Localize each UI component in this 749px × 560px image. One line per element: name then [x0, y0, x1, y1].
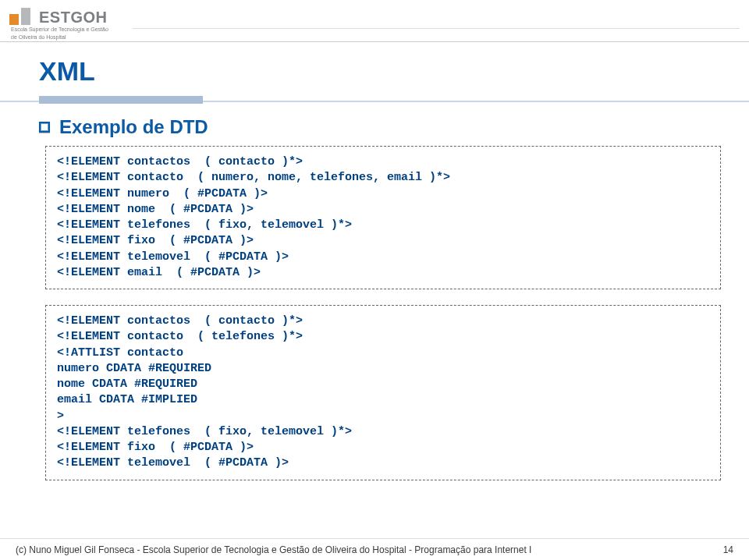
logo-text: ESTGOH [39, 9, 107, 25]
section-heading: Exemplo de DTD [59, 116, 208, 138]
header: ESTGOH Escola Superior de Tecnologia e G… [0, 0, 749, 42]
bullet-icon [39, 122, 50, 133]
logo-subtext-1: Escola Superior de Tecnologia e Gestão [11, 27, 108, 33]
footer-left: (c) Nuno Miguel Gil Fonseca - Escola Sup… [16, 544, 531, 555]
footer: (c) Nuno Miguel Gil Fonseca - Escola Sup… [0, 538, 749, 560]
section-heading-row: Exemplo de DTD [39, 116, 727, 138]
page-title: XML [39, 56, 727, 87]
logo: ESTGOH Escola Superior de Tecnologia e G… [9, 5, 108, 40]
title-underline [0, 101, 749, 102]
code-block-2: <!ELEMENT contactos ( contacto )*> <!ELE… [57, 314, 709, 472]
code-box-2: <!ELEMENT contactos ( contacto )*> <!ELE… [45, 305, 721, 480]
logo-mark-icon [9, 5, 36, 25]
logo-subtext-2: de Oliveira do Hospital [11, 34, 108, 41]
code-block-1: <!ELEMENT contactos ( contacto )*> <!ELE… [57, 154, 709, 281]
code-box-1: <!ELEMENT contactos ( contacto )*> <!ELE… [45, 146, 721, 289]
page-number: 14 [723, 544, 733, 555]
